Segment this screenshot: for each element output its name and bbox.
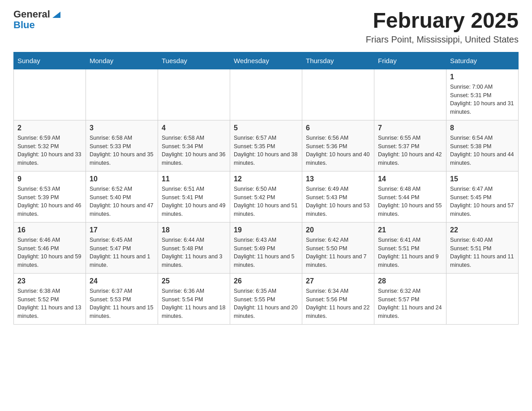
day-number: 20 [306,226,370,234]
table-row: 8Sunrise: 6:54 AM Sunset: 5:38 PM Daylig… [446,120,519,171]
table-row: 28Sunrise: 6:32 AM Sunset: 5:57 PM Dayli… [374,273,446,324]
day-number: 4 [162,124,226,132]
day-number: 8 [450,124,515,132]
day-number: 11 [162,175,226,183]
table-row: 22Sunrise: 6:40 AM Sunset: 5:51 PM Dayli… [446,222,519,273]
day-info: Sunrise: 6:43 AM Sunset: 5:49 PM Dayligh… [234,236,298,270]
table-row [446,273,519,324]
day-info: Sunrise: 6:46 AM Sunset: 5:46 PM Dayligh… [17,236,82,270]
day-info: Sunrise: 6:51 AM Sunset: 5:41 PM Dayligh… [162,185,226,218]
table-row: 15Sunrise: 6:47 AM Sunset: 5:45 PM Dayli… [446,171,519,222]
logo-text-blue: Blue [13,19,35,30]
day-info: Sunrise: 6:47 AM Sunset: 5:45 PM Dayligh… [450,185,515,218]
day-info: Sunrise: 6:44 AM Sunset: 5:48 PM Dayligh… [162,236,226,270]
table-row: 16Sunrise: 6:46 AM Sunset: 5:46 PM Dayli… [14,222,86,273]
calendar-week-2: 2Sunrise: 6:59 AM Sunset: 5:32 PM Daylig… [14,120,519,171]
day-number: 19 [234,226,298,234]
day-number: 1 [450,73,515,81]
table-row: 4Sunrise: 6:58 AM Sunset: 5:34 PM Daylig… [158,120,230,171]
day-number: 23 [17,277,82,285]
table-row: 23Sunrise: 6:38 AM Sunset: 5:52 PM Dayli… [14,273,86,324]
header-wednesday: Wednesday [230,52,302,69]
header-thursday: Thursday [302,52,374,69]
day-info: Sunrise: 6:41 AM Sunset: 5:51 PM Dayligh… [378,236,442,270]
table-row: 21Sunrise: 6:41 AM Sunset: 5:51 PM Dayli… [374,222,446,273]
day-info: Sunrise: 6:38 AM Sunset: 5:52 PM Dayligh… [17,287,82,321]
day-info: Sunrise: 6:53 AM Sunset: 5:39 PM Dayligh… [17,185,82,218]
day-number: 18 [162,226,226,234]
day-number: 3 [90,124,154,132]
header-sunday: Sunday [14,52,86,69]
day-number: 17 [90,226,154,234]
table-row: 18Sunrise: 6:44 AM Sunset: 5:48 PM Dayli… [158,222,230,273]
day-number: 26 [234,277,298,285]
table-row: 6Sunrise: 6:56 AM Sunset: 5:36 PM Daylig… [302,120,374,171]
header-saturday: Saturday [446,52,519,69]
day-number: 2 [17,124,82,132]
table-row [374,69,446,120]
calendar-week-1: 1Sunrise: 7:00 AM Sunset: 5:31 PM Daylig… [14,69,519,120]
day-info: Sunrise: 6:34 AM Sunset: 5:56 PM Dayligh… [306,287,370,321]
table-row [302,69,374,120]
day-number: 15 [450,175,515,183]
page-header: General Blue February 2025 Friars Point,… [13,9,519,45]
day-number: 7 [378,124,442,132]
logo-triangle-icon [51,10,61,20]
table-row: 25Sunrise: 6:36 AM Sunset: 5:54 PM Dayli… [158,273,230,324]
table-row: 3Sunrise: 6:58 AM Sunset: 5:33 PM Daylig… [86,120,158,171]
table-row: 19Sunrise: 6:43 AM Sunset: 5:49 PM Dayli… [230,222,302,273]
table-row: 20Sunrise: 6:42 AM Sunset: 5:50 PM Dayli… [302,222,374,273]
table-row [158,69,230,120]
table-row: 5Sunrise: 6:57 AM Sunset: 5:35 PM Daylig… [230,120,302,171]
location-title: Friars Point, Mississippi, United States [366,34,519,45]
day-info: Sunrise: 6:52 AM Sunset: 5:40 PM Dayligh… [90,185,154,218]
calendar-header-row: Sunday Monday Tuesday Wednesday Thursday… [14,52,519,69]
day-number: 25 [162,277,226,285]
header-monday: Monday [86,52,158,69]
day-info: Sunrise: 6:59 AM Sunset: 5:32 PM Dayligh… [17,134,82,167]
calendar-table: Sunday Monday Tuesday Wednesday Thursday… [13,52,519,325]
svg-marker-0 [52,12,60,18]
day-number: 12 [234,175,298,183]
table-row [86,69,158,120]
table-row: 14Sunrise: 6:48 AM Sunset: 5:44 PM Dayli… [374,171,446,222]
table-row [14,69,86,120]
table-row: 9Sunrise: 6:53 AM Sunset: 5:39 PM Daylig… [14,171,86,222]
day-number: 21 [378,226,442,234]
calendar-week-4: 16Sunrise: 6:46 AM Sunset: 5:46 PM Dayli… [14,222,519,273]
day-info: Sunrise: 6:57 AM Sunset: 5:35 PM Dayligh… [234,134,298,167]
header-tuesday: Tuesday [158,52,230,69]
day-info: Sunrise: 6:49 AM Sunset: 5:43 PM Dayligh… [306,185,370,218]
table-row [230,69,302,120]
day-number: 16 [17,226,82,234]
day-number: 22 [450,226,515,234]
day-info: Sunrise: 6:32 AM Sunset: 5:57 PM Dayligh… [378,287,442,321]
day-info: Sunrise: 7:00 AM Sunset: 5:31 PM Dayligh… [450,83,515,116]
day-number: 28 [378,277,442,285]
logo-text-general: General [13,9,50,20]
calendar-week-5: 23Sunrise: 6:38 AM Sunset: 5:52 PM Dayli… [14,273,519,324]
day-number: 14 [378,175,442,183]
day-number: 10 [90,175,154,183]
table-row: 12Sunrise: 6:50 AM Sunset: 5:42 PM Dayli… [230,171,302,222]
day-info: Sunrise: 6:40 AM Sunset: 5:51 PM Dayligh… [450,236,515,270]
logo: General Blue [13,9,61,30]
day-number: 27 [306,277,370,285]
day-info: Sunrise: 6:58 AM Sunset: 5:33 PM Dayligh… [90,134,154,167]
month-title: February 2025 [366,9,519,33]
table-row: 27Sunrise: 6:34 AM Sunset: 5:56 PM Dayli… [302,273,374,324]
day-info: Sunrise: 6:58 AM Sunset: 5:34 PM Dayligh… [162,134,226,167]
day-info: Sunrise: 6:37 AM Sunset: 5:53 PM Dayligh… [90,287,154,321]
day-info: Sunrise: 6:54 AM Sunset: 5:38 PM Dayligh… [450,134,515,167]
day-number: 5 [234,124,298,132]
day-info: Sunrise: 6:35 AM Sunset: 5:55 PM Dayligh… [234,287,298,321]
table-row: 2Sunrise: 6:59 AM Sunset: 5:32 PM Daylig… [14,120,86,171]
day-number: 6 [306,124,370,132]
table-row: 11Sunrise: 6:51 AM Sunset: 5:41 PM Dayli… [158,171,230,222]
day-number: 9 [17,175,82,183]
day-info: Sunrise: 6:48 AM Sunset: 5:44 PM Dayligh… [378,185,442,218]
day-number: 24 [90,277,154,285]
table-row: 26Sunrise: 6:35 AM Sunset: 5:55 PM Dayli… [230,273,302,324]
day-info: Sunrise: 6:42 AM Sunset: 5:50 PM Dayligh… [306,236,370,270]
calendar-week-3: 9Sunrise: 6:53 AM Sunset: 5:39 PM Daylig… [14,171,519,222]
